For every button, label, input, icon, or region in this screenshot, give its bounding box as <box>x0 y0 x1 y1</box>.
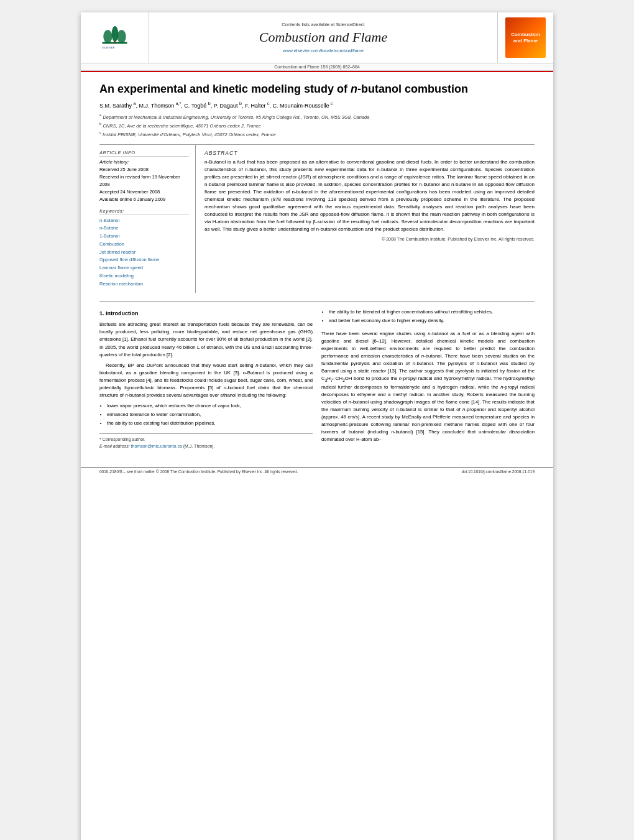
affiliation-a: a Department of Mechanical & Industrial … <box>99 113 535 121</box>
affiliation-b: b CNRS, 1C, Ave de la recherche scientif… <box>99 121 535 129</box>
footer-issn: 0010-2180/$ – see front matter © 2008 Th… <box>99 469 298 474</box>
copyright-line: © 2008 The Combustion Institute. Publish… <box>204 237 535 241</box>
journal-logo-right: Combustion and Flame <box>497 12 553 63</box>
footer-doi: doi:10.1016/j.combustflame.2008.11.019 <box>462 469 535 474</box>
bullets-left: lower vapor pressure, which reduces the … <box>107 402 313 427</box>
keyword-1: n-Butanol <box>99 217 189 225</box>
intro-para2: Recently, BP and DuPont announced that t… <box>99 362 313 399</box>
journal-top-bar: ELSEVIER Contents lists available at Sci… <box>81 12 553 63</box>
affiliation-c: c Institut PRISME, Université d'Orléans,… <box>99 130 535 138</box>
bullets-right: the ability to be blended at higher conc… <box>329 308 535 325</box>
journal-header: ELSEVIER Contents lists available at Sci… <box>81 12 553 72</box>
keyword-6: Opposed flow diffusion flame <box>99 256 189 264</box>
svg-point-3 <box>117 30 126 43</box>
intro-para1: Biofuels are attracting great interest a… <box>99 321 313 358</box>
intro-para3: There have been several engine studies u… <box>321 330 535 444</box>
journal-title: Combustion and Flame <box>259 30 388 45</box>
elsevier-logo: ELSEVIER <box>98 25 132 50</box>
keyword-4: Combustion <box>99 241 189 249</box>
keyword-2: n-Butane <box>99 224 189 233</box>
footnote-star: * Corresponding author. <box>99 436 313 443</box>
keyword-7: Laminar flame speed <box>99 264 189 272</box>
footnote-email: E-mail address: thomson@mie.utoronto.ca … <box>99 443 313 450</box>
available-date: Available online 6 January 2009 <box>99 196 189 203</box>
article-title: An experimental and kinetic modeling stu… <box>99 82 535 96</box>
abstract-label: ABSTRACT <box>204 150 535 156</box>
affiliations: a Department of Mechanical & Industrial … <box>99 113 535 137</box>
article-history: Article history: Received 25 June 2008 R… <box>99 159 189 203</box>
journal-url: www.elsevier.com/locate/combustflame <box>283 48 364 53</box>
bullet-1: lower vapor pressure, which reduces the … <box>107 402 313 410</box>
keyword-9: Reaction mechanism <box>99 280 189 288</box>
article-info-col: ARTICLE INFO Article history: Received 2… <box>99 145 196 293</box>
svg-point-2 <box>112 25 119 41</box>
keywords-label: Keywords: <box>99 208 189 215</box>
elsevier-tree-icon: ELSEVIER <box>98 25 132 50</box>
received-date: Received 25 June 2008 <box>99 166 189 173</box>
svg-text:ELSEVIER: ELSEVIER <box>102 46 115 49</box>
sciencedirect-line: Contents lists available at ScienceDirec… <box>282 22 364 27</box>
keyword-5: Jet stirred reactor <box>99 249 189 257</box>
svg-point-1 <box>103 30 112 43</box>
keywords-list: n-Butanol n-Butane 1-Butanol Combustion … <box>99 217 189 288</box>
email-address: thomson@mie.utoronto.ca <box>131 444 182 448</box>
history-label: Article history: <box>99 159 189 166</box>
body-left-col: 1. Introduction Biofuels are attracting … <box>99 308 313 450</box>
abstract-col: ABSTRACT n-Butanol is a fuel that has be… <box>204 145 535 293</box>
bullet-4: the ability to be blended at higher conc… <box>329 308 535 316</box>
volume-line: Combustion and Flame 156 (2009) 852–864 <box>81 63 553 71</box>
elsevier-logo-area: ELSEVIER <box>81 12 149 63</box>
info-abstract-section: ARTICLE INFO Article history: Received 2… <box>99 144 535 293</box>
journal-center: Contents lists available at ScienceDirec… <box>149 12 497 63</box>
body-content: 1. Introduction Biofuels are attracting … <box>99 302 535 450</box>
article-content: An experimental and kinetic modeling stu… <box>81 72 553 459</box>
body-two-col: 1. Introduction Biofuels are attracting … <box>99 308 535 450</box>
intro-heading: 1. Introduction <box>99 310 313 318</box>
accepted-date: Accepted 24 November 2008 <box>99 188 189 196</box>
keywords-section: Keywords: n-Butanol n-Butane 1-Butanol C… <box>99 208 189 288</box>
bullet-3: the ability to use existing fuel distrib… <box>107 420 313 427</box>
abstract-text: n-Butanol is a fuel that has been propos… <box>204 159 535 233</box>
article-info-label: ARTICLE INFO <box>99 150 189 157</box>
body-right-col: the ability to be blended at higher conc… <box>321 308 535 450</box>
cf-logo-line1: Combustion <box>511 32 540 38</box>
bullet-5: and better fuel economy due to higher en… <box>329 317 535 325</box>
footnote-area: * Corresponding author. E-mail address: … <box>99 433 313 450</box>
article-info-section: ARTICLE INFO Article history: Received 2… <box>99 150 189 203</box>
revised-date: Received in revised form 19 November 200… <box>99 173 189 188</box>
footer-bar: 0010-2180/$ – see front matter © 2008 Th… <box>81 467 553 476</box>
keyword-8: Kinetic modeling <box>99 272 189 280</box>
keyword-3: 1-Butanol <box>99 233 189 241</box>
page: ELSEVIER Contents lists available at Sci… <box>81 12 553 840</box>
authors: S.M. Sarathy a, M.J. Thomson a,*, C. Tog… <box>99 101 535 109</box>
svg-rect-4 <box>114 40 116 43</box>
cf-logo-line2: and Flame <box>513 38 538 44</box>
bullet-2: enhanced tolerance to water contaminatio… <box>107 411 313 418</box>
cf-logo-box: Combustion and Flame <box>505 17 546 58</box>
